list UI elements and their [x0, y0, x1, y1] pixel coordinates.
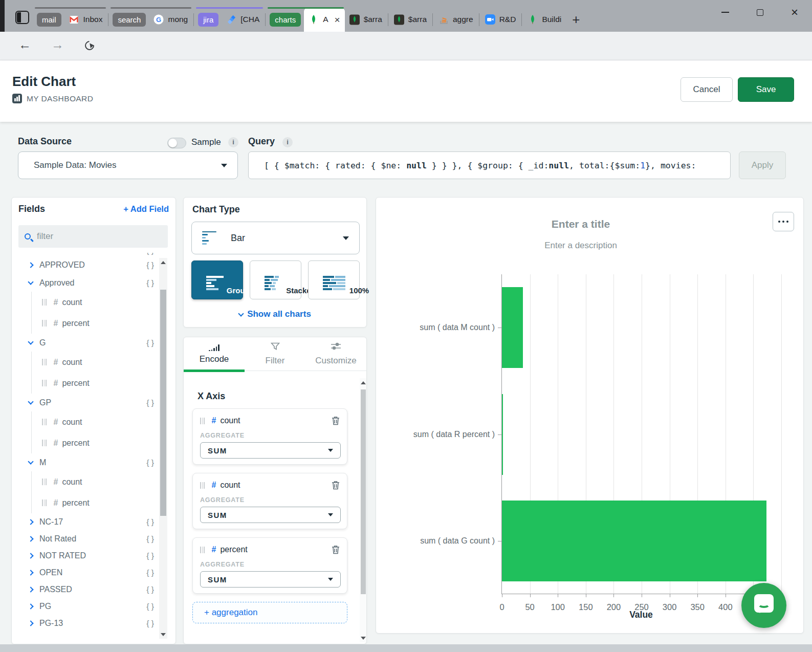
- data-source-select[interactable]: Sample Data: Movies: [18, 151, 238, 179]
- drag-handle-icon[interactable]: [200, 418, 205, 424]
- chart-subtype-grouped-button[interactable]: Grouped: [191, 260, 243, 299]
- field-row-PG[interactable]: PG{ }: [12, 598, 159, 615]
- scroll-down-icon[interactable]: [360, 634, 367, 642]
- drag-handle-icon[interactable]: [42, 359, 47, 365]
- field-row-NC-17[interactable]: NC-17{ }: [12, 513, 159, 530]
- chevron-down-icon[interactable]: [28, 399, 33, 404]
- tab[interactable]: $arra: [389, 7, 431, 32]
- chart-menu-icon[interactable]: [773, 212, 794, 231]
- drag-handle-icon[interactable]: [42, 299, 47, 306]
- tab-close-icon[interactable]: ×: [335, 15, 340, 25]
- cancel-button[interactable]: Cancel: [681, 77, 733, 102]
- chevron-right-icon[interactable]: [28, 262, 33, 268]
- aggregate-select[interactable]: SUM: [200, 571, 341, 588]
- add-field-button[interactable]: + Add Field: [123, 204, 169, 214]
- drag-handle-icon[interactable]: [42, 440, 47, 446]
- field-row-PASSED[interactable]: PASSED{ }: [12, 581, 159, 598]
- show-all-charts-link[interactable]: Show all charts: [184, 309, 366, 319]
- tab-actions-icon[interactable]: [15, 11, 29, 24]
- minimize-button[interactable]: [708, 0, 742, 25]
- tab[interactable]: [CHA: [222, 7, 264, 32]
- scroll-down-icon[interactable]: [159, 630, 167, 639]
- sample-info-icon[interactable]: i: [228, 137, 238, 147]
- chevron-right-icon[interactable]: [28, 620, 33, 626]
- tab-filter[interactable]: Filter: [245, 337, 305, 371]
- tab-encode[interactable]: Encode: [184, 337, 245, 371]
- chevron-right-icon[interactable]: [28, 519, 33, 525]
- chevron-down-icon[interactable]: [28, 459, 33, 464]
- chart-subtype-100pct-button[interactable]: 100%: [308, 260, 360, 299]
- field-row-GP-count[interactable]: #count: [32, 411, 159, 432]
- breadcrumb[interactable]: MY DASHBOARD: [12, 94, 93, 103]
- field-row-GP-percent[interactable]: #percent: [32, 432, 159, 453]
- tab[interactable]: Buildi: [523, 7, 566, 32]
- field-row-NOT RATED[interactable]: NOT RATED{ }: [12, 547, 159, 564]
- drag-handle-icon[interactable]: [200, 482, 205, 489]
- field-row-M-count[interactable]: #count: [32, 471, 159, 492]
- tab-group-badge-charts[interactable]: charts: [270, 13, 301, 27]
- query-info-icon[interactable]: i: [282, 137, 293, 147]
- refresh-button[interactable]: [83, 39, 96, 52]
- chevron-right-icon[interactable]: [28, 603, 33, 609]
- tab[interactable]: Inbox: [64, 7, 107, 32]
- field-row-M-percent[interactable]: #percent: [32, 492, 159, 513]
- tab-group-badge-jira[interactable]: jira: [198, 13, 218, 27]
- chevron-right-icon[interactable]: [28, 586, 33, 592]
- field-row-Approved-percent[interactable]: #percent: [32, 313, 159, 334]
- aggregate-select[interactable]: SUM: [200, 442, 341, 459]
- forward-button[interactable]: →: [51, 38, 64, 51]
- drag-handle-icon[interactable]: [42, 499, 47, 506]
- sample-toggle[interactable]: [167, 138, 186, 148]
- tab[interactable]: $arra: [345, 7, 387, 32]
- tab-group-badge-mail[interactable]: mail: [37, 13, 61, 27]
- query-input[interactable]: [ { $match: { rated: { $ne: null } } }, …: [248, 151, 731, 179]
- scrollbar-thumb[interactable]: [361, 389, 366, 594]
- scroll-up-icon[interactable]: [159, 258, 167, 267]
- apply-button[interactable]: Apply: [739, 151, 786, 179]
- scrollbar-thumb[interactable]: [160, 290, 166, 516]
- tab[interactable]: aggre: [434, 7, 478, 32]
- bar-1[interactable]: [502, 287, 523, 368]
- add-aggregation-button[interactable]: + aggregation: [192, 602, 347, 623]
- drag-handle-icon[interactable]: [200, 547, 205, 553]
- field-row-Approved[interactable]: Approved{ }: [12, 274, 159, 292]
- chart-title-placeholder[interactable]: Enter a title: [376, 218, 785, 230]
- bar-2[interactable]: [502, 394, 503, 475]
- chart-type-select[interactable]: Bar: [191, 222, 360, 254]
- close-button[interactable]: ×: [777, 0, 812, 25]
- tab[interactable]: R&D: [480, 7, 521, 32]
- encode-scrollbar[interactable]: [360, 378, 367, 642]
- drag-handle-icon[interactable]: [42, 479, 47, 485]
- chat-bubble-button[interactable]: [741, 583, 786, 628]
- chart-subtype-stacked-button[interactable]: Stacked: [250, 260, 301, 299]
- chevron-right-icon[interactable]: [28, 570, 33, 575]
- chevron-down-icon[interactable]: [28, 279, 33, 285]
- drag-handle-icon[interactable]: [42, 320, 47, 327]
- back-button[interactable]: ←: [18, 38, 31, 51]
- field-row-Approved-count[interactable]: #count: [32, 292, 159, 313]
- delete-channel-icon[interactable]: [332, 416, 340, 425]
- drag-handle-icon[interactable]: [42, 419, 47, 425]
- delete-channel-icon[interactable]: [332, 545, 340, 554]
- new-tab-button[interactable]: +: [566, 12, 586, 28]
- field-row-OPEN[interactable]: OPEN{ }: [12, 564, 159, 581]
- field-row-Not Rated[interactable]: Not Rated{ }: [12, 530, 159, 547]
- bar-3[interactable]: [502, 501, 766, 581]
- delete-channel-icon[interactable]: [332, 481, 340, 490]
- maximize-button[interactable]: [742, 0, 777, 25]
- field-row-GP[interactable]: GP{ }: [12, 394, 159, 411]
- drag-handle-icon[interactable]: [42, 380, 47, 386]
- chevron-down-icon[interactable]: [28, 339, 33, 344]
- field-row-G-percent[interactable]: #percent: [32, 373, 159, 394]
- field-row-APPROVED[interactable]: APPROVED{ }: [12, 256, 159, 274]
- scroll-up-icon[interactable]: [360, 378, 367, 387]
- field-row-G[interactable]: G{ }: [12, 334, 159, 352]
- tab-active[interactable]: A×: [304, 7, 344, 32]
- chart-description-placeholder[interactable]: Enter a description: [376, 241, 785, 251]
- tab-customize[interactable]: Customize: [305, 337, 366, 371]
- field-row-PG-13[interactable]: PG-13{ }: [12, 615, 159, 632]
- chevron-right-icon[interactable]: [28, 536, 33, 541]
- tab-group-badge-search[interactable]: search: [113, 13, 146, 27]
- fields-scrollbar[interactable]: [159, 258, 167, 639]
- aggregate-select[interactable]: SUM: [200, 507, 341, 523]
